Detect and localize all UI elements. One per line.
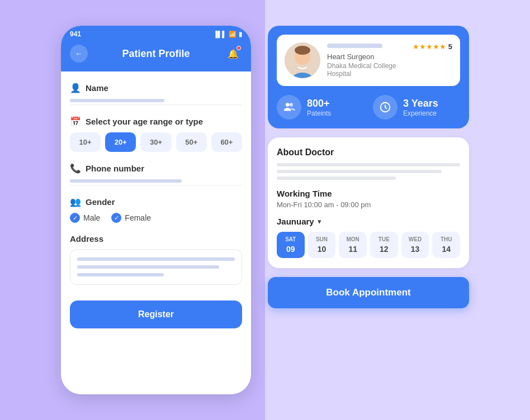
patients-label: Pateints [307,109,331,117]
female-label: Female [125,213,151,222]
male-label: Male [83,213,100,222]
person-icon: 👤 [70,83,81,93]
address-box[interactable] [70,249,242,285]
phone-skeleton [70,179,182,183]
phone-divider [70,185,242,185]
doctor-stats: 800+ Pateints 3 Years Experienc [277,95,460,120]
day-num-wed: 13 [411,245,420,254]
day-num-sat: 09 [286,245,295,254]
back-arrow-icon: ← [75,49,83,58]
patients-text: 800+ Pateints [307,98,331,117]
address-line-1 [77,257,235,261]
day-thu[interactable]: THU 14 [432,232,460,258]
page-title: Patient Profile [122,48,190,60]
page-wrapper: 941 ▐▌▌ 📶 ▮ ← Patient Profile 🔔 👤 [0,3,530,417]
address-label: Address [70,234,242,244]
name-label: 👤 Name [70,83,242,93]
experience-icon [373,95,397,120]
patients-value: 800+ [307,98,331,109]
working-time-title: Working Time [277,189,460,198]
about-card: About Doctor Working Time Mon-Fri 10:00 … [268,137,469,268]
gender-male[interactable]: ✓ Male [70,213,100,223]
svg-point-3 [295,46,310,55]
name-section: 👤 Name [70,83,242,105]
age-section: 📅 Select your age range or type 10+ 20+ … [70,116,242,152]
about-skeleton-1 [277,163,460,166]
svg-point-5 [289,103,292,106]
doctor-specialty: Heart Surgeon [327,52,406,61]
phone-header: ← Patient Profile 🔔 [61,40,251,71]
day-name-sun: SUN [316,236,328,242]
month-row: Jaunuary ▾ [277,217,460,226]
calendar-icon: 📅 [70,116,81,127]
gender-section: 👥 Gender ✓ Male ✓ Female [70,197,242,223]
about-skeleton-2 [277,170,442,173]
patients-icon [277,95,301,120]
name-skeleton [70,99,164,102]
day-name-mon: MON [347,236,359,242]
wifi-icon: 📶 [229,31,236,38]
gender-options: ✓ Male ✓ Female [70,213,242,223]
doctor-info: Heart Surgeon Dhaka Medical College Hosp… [327,44,406,78]
age-btn-50[interactable]: 50+ [176,132,207,152]
calendar-days: SAT 09 SUN 10 MON 11 TUE 12 WED 13 [277,232,460,258]
day-num-sun: 10 [318,245,326,254]
doctor-hospital: Dhaka Medical College Hospital [327,62,406,78]
rating-number: 5 [448,42,452,51]
working-hours: Mon-Fri 10:00 am - 09:00 pm [277,201,460,209]
age-buttons: 10+ 20+ 30+ 50+ 60+ [70,132,242,152]
day-num-thu: 14 [442,245,451,254]
experience-value: 3 Years [403,98,438,109]
name-divider [70,104,242,105]
doctor-name-skeleton [327,44,382,48]
day-num-mon: 11 [348,245,357,254]
gender-icon: 👥 [70,197,81,207]
experience-text: 3 Years Experience [403,98,438,117]
register-button[interactable]: Register [70,300,242,328]
phone-frame: 941 ▐▌▌ 📶 ▮ ← Patient Profile 🔔 👤 [61,26,251,394]
about-skeletons [277,163,460,180]
doctor-avatar [285,42,320,78]
day-wed[interactable]: WED 13 [401,232,429,258]
male-check-icon: ✓ [70,213,80,223]
age-btn-60[interactable]: 60+ [211,132,242,152]
address-section: Address [70,234,242,285]
day-name-wed: WED [409,236,422,242]
age-btn-30[interactable]: 30+ [140,132,171,152]
age-btn-20[interactable]: 20+ [105,132,136,152]
back-button[interactable]: ← [70,45,88,63]
phone-label: 📞 Phone number [70,163,242,174]
stars-icon: ★★★★★ [413,42,446,51]
signal-icon: ▐▌▌ [214,31,226,37]
doctor-rating: ★★★★★ 5 [413,42,452,51]
phone-icon: 📞 [70,163,81,174]
phone-section: 📞 Phone number [70,163,242,185]
book-appointment-button[interactable]: Book Appointment [268,277,469,308]
notification-button[interactable]: 🔔 [224,45,242,63]
day-name-tue: TUE [378,236,390,242]
day-sat[interactable]: SAT 09 [277,232,305,258]
age-btn-10[interactable]: 10+ [70,132,101,152]
day-num-tue: 12 [380,245,389,254]
day-mon[interactable]: MON 11 [339,232,367,258]
svg-point-4 [286,103,289,106]
chevron-down-icon[interactable]: ▾ [318,217,321,226]
doctor-card: Heart Surgeon Dhaka Medical College Hosp… [268,26,469,128]
day-tue[interactable]: TUE 12 [370,232,398,258]
stat-experience: 3 Years Experience [373,95,460,120]
month-label: Jaunuary [277,217,314,226]
notification-dot [236,46,241,50]
battery-icon: ▮ [239,31,242,38]
day-sun[interactable]: SUN 10 [308,232,336,258]
experience-label: Experience [403,109,438,117]
gender-female[interactable]: ✓ Female [111,213,151,223]
phone-body: 👤 Name 📅 Select your age range or type 1… [61,71,251,340]
about-skeleton-3 [277,176,396,180]
status-time: 941 [70,30,81,38]
doctor-card-top: Heart Surgeon Dhaka Medical College Hosp… [277,35,460,86]
day-name-sat: SAT [285,236,296,242]
stat-patients: 800+ Pateints [277,95,364,120]
address-line-3 [77,273,164,276]
female-check-icon: ✓ [111,213,121,223]
age-label: 📅 Select your age range or type [70,116,242,127]
